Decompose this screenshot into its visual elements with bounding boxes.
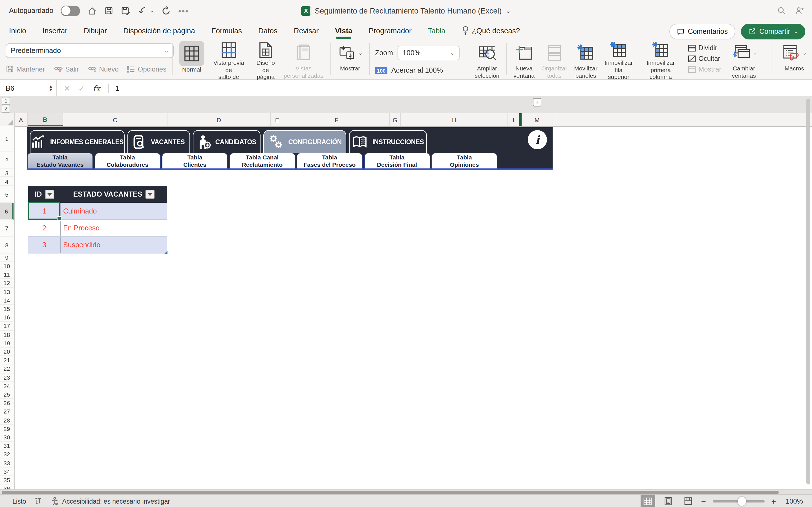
ribbon-tab--qué-deseas-[interactable]: ¿Qué deseas? [462, 26, 520, 35]
row-header-6[interactable]: 6 [0, 203, 13, 220]
inmovilizar-fila-superior-button[interactable]: Inmovilizarfila superior [603, 41, 635, 79]
macro-record-icon[interactable] [34, 497, 43, 505]
nav-tab-candidatos[interactable]: CANDIDATOS [193, 130, 260, 153]
row-header-30[interactable]: 30 [0, 433, 13, 442]
row-header-4[interactable]: 4 [0, 177, 13, 186]
table-resize-handle[interactable] [164, 251, 167, 254]
confirm-entry-icon[interactable]: ✓ [78, 83, 85, 93]
column-header-f[interactable]: F [284, 113, 390, 126]
zoom-slider[interactable] [713, 500, 765, 502]
redo-icon[interactable] [161, 6, 171, 15]
save-icon[interactable] [104, 6, 113, 15]
show-menu-button[interactable]: ⌄ Mostrar [336, 41, 364, 79]
row-header-22[interactable]: 22 [0, 365, 13, 373]
normal-button[interactable]: Normal [177, 41, 206, 79]
row-header-14[interactable]: 14 [0, 296, 13, 305]
undo-chevron-icon[interactable]: ⌄ [150, 8, 154, 13]
ribbon-tab-inicio[interactable]: Inicio [9, 26, 26, 35]
horizontal-scrollbar-thumb[interactable] [2, 490, 779, 494]
outline-level-2-button[interactable]: 2 [2, 105, 10, 113]
subtab-fases-del-proceso[interactable]: TablaFases del Proceso [297, 153, 363, 168]
horizontal-scrollbar[interactable] [0, 489, 812, 495]
column-header-i[interactable]: I [508, 113, 519, 126]
subtab-opiniones[interactable]: TablaOpiniones [432, 153, 497, 168]
column-header-a[interactable]: A [15, 113, 28, 126]
row-header-20[interactable]: 20 [0, 348, 13, 356]
row-header-25[interactable]: 25 [0, 390, 13, 399]
split-button[interactable]: Dividir [688, 44, 722, 52]
row-header-29[interactable]: 29 [0, 425, 13, 433]
subtab-clientes[interactable]: TablaClientes [162, 153, 228, 168]
row-header-28[interactable]: 28 [0, 416, 13, 425]
subtab-reclutamiento[interactable]: Tabla CanalReclutamiento [229, 153, 295, 168]
zoom-out-button[interactable]: − [701, 497, 706, 506]
row-header-21[interactable]: 21 [0, 356, 13, 364]
row-header-19[interactable]: 19 [0, 339, 13, 348]
row-header-27[interactable]: 27 [0, 407, 13, 416]
row-header-12[interactable]: 12 [0, 279, 13, 288]
zoom-to-selection-button[interactable]: Ampliar selección [473, 41, 501, 79]
row-header-2[interactable]: 2 [0, 152, 13, 169]
select-all-corner[interactable] [0, 113, 15, 126]
row-header-17[interactable]: 17 [0, 322, 13, 330]
document-title[interactable]: Seguimiento de Reclutamiento Talento Hum… [315, 6, 502, 15]
row-header-35[interactable]: 35 [0, 476, 13, 485]
save-as-icon[interactable] [120, 6, 130, 15]
share-button[interactable]: Compartir ⌄ [741, 24, 805, 40]
title-chevron-icon[interactable]: ⌄ [506, 7, 511, 14]
normal-view-button[interactable] [640, 495, 655, 507]
column-header-d[interactable]: D [167, 113, 271, 126]
column-header-g[interactable]: G [390, 113, 401, 126]
row-header-16[interactable]: 16 [0, 313, 13, 322]
ribbon-tab-vista[interactable]: Vista [335, 26, 352, 35]
column-header-m[interactable]: M [522, 113, 553, 126]
row-header-13[interactable]: 13 [0, 288, 13, 296]
movilizar-paneles-button[interactable]: Movilizarpaneles [572, 41, 599, 79]
autosave-toggle[interactable] [61, 5, 80, 16]
nav-tab-instrucciones[interactable]: INSTRUCCIONES [349, 130, 427, 153]
zoom-percentage[interactable]: 100% [781, 497, 803, 505]
ribbon-tab-dibujar[interactable]: Dibujar [84, 26, 107, 35]
name-box-spinner[interactable]: ▲▼ [49, 86, 53, 91]
cell-estado-3[interactable]: Suspendido [61, 237, 167, 253]
page-break-view-button[interactable] [681, 495, 696, 507]
page-layout-view-button[interactable] [661, 495, 675, 507]
subtab-estado-vacantes[interactable]: TablaEstado Vacantes [27, 153, 93, 168]
subtab-decisión-final[interactable]: TablaDecisión Final [364, 153, 430, 168]
row-header-9[interactable]: 9 [0, 253, 13, 262]
column-header-b[interactable]: B [28, 113, 63, 126]
ribbon-tab-tabla[interactable]: Tabla [428, 26, 446, 35]
nav-tab-informes-generales[interactable]: INFORMES GENERALES [30, 130, 124, 153]
cell-id-2[interactable]: 2 [28, 220, 61, 237]
row-header-32[interactable]: 32 [0, 450, 13, 459]
switch-windows-button[interactable]: ⌄ Cambiar ventanas [722, 41, 766, 79]
subtab-colaboradores[interactable]: TablaColaboradores [94, 153, 160, 168]
filter-dropdown-icon[interactable] [45, 190, 54, 199]
search-icon[interactable] [777, 6, 786, 15]
outline-level-1-button[interactable]: 1 [2, 97, 10, 105]
filter-dropdown-icon[interactable] [146, 190, 154, 199]
row-header-3[interactable]: 3 [0, 169, 13, 177]
zoom-slider-thumb[interactable] [738, 497, 746, 506]
nueva-ventana-button[interactable]: Nuevaventana [512, 41, 536, 79]
row-header-10[interactable]: 10 [0, 262, 13, 270]
row-header-11[interactable]: 11 [0, 270, 13, 279]
row-header-31[interactable]: 31 [0, 442, 13, 450]
name-box[interactable]: B6 ▲▼ [0, 80, 57, 96]
cell-id-3[interactable]: 3 [28, 237, 61, 253]
formula-input[interactable]: 1 [115, 80, 119, 96]
vertical-scrollbar-thumb[interactable] [806, 99, 810, 485]
ribbon-tab-datos[interactable]: Datos [258, 26, 277, 35]
ribbon-tab-revisar[interactable]: Revisar [294, 26, 319, 35]
hide-button[interactable]: Ocultar [688, 55, 722, 62]
row-header-34[interactable]: 34 [0, 467, 13, 476]
nav-tab-configuración[interactable]: CONFIGURACIÓN [263, 130, 346, 153]
view-preset-dropdown[interactable]: Predeterminado ⌄ [6, 43, 174, 58]
row-header-33[interactable]: 33 [0, 459, 13, 467]
row-header-26[interactable]: 26 [0, 399, 13, 407]
share-person-icon[interactable] [795, 6, 804, 15]
cancel-entry-icon[interactable]: ✕ [64, 83, 70, 93]
row-header-18[interactable]: 18 [0, 330, 13, 339]
dise-o-de-página-button[interactable]: Diseñode página [252, 41, 280, 79]
insert-function-icon[interactable]: fx [93, 83, 100, 93]
